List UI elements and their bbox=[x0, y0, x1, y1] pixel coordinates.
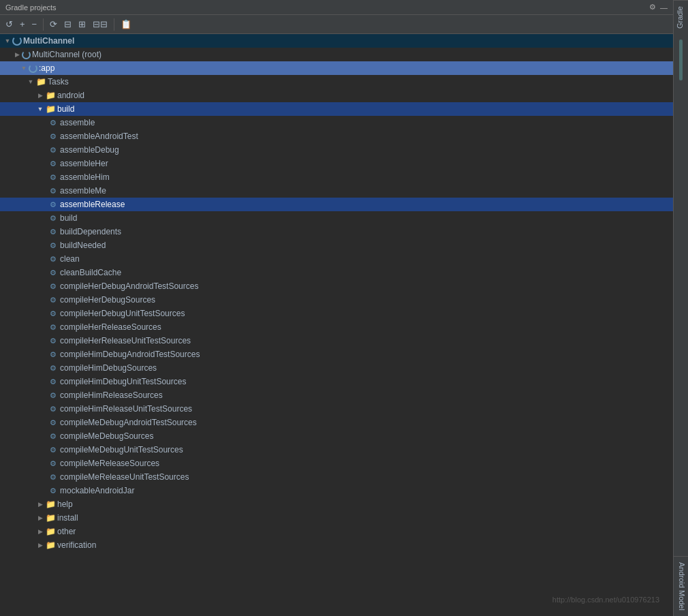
scrollbar-thumb[interactable] bbox=[679, 40, 683, 80]
build-task-gear-icon: ⚙ bbox=[48, 214, 59, 223]
multichannel-root-item[interactable]: ▶ MultiChannel (root) bbox=[0, 48, 673, 61]
help-folder-icon: 📁 bbox=[45, 499, 56, 509]
install-folder-icon: 📁 bbox=[45, 513, 56, 523]
compilemedebugnandroidtestsources-item[interactable]: ⚙ compileMeDebugAndroidTestSources bbox=[0, 416, 673, 429]
compileherdebugSources-item[interactable]: ⚙ compileHerDebugSources bbox=[0, 293, 673, 307]
compilemedebugnandroidtestsources-gear-icon: ⚙ bbox=[48, 418, 59, 427]
sync-button[interactable]: ⟳ bbox=[47, 18, 60, 31]
compileherreleaseunittestsources-gear-icon: ⚙ bbox=[48, 337, 59, 345]
assembleme-label: assembleMe bbox=[60, 186, 106, 196]
title-text: Gradle projects bbox=[5, 3, 57, 12]
assembledebug-item[interactable]: ⚙ assembleDebug bbox=[0, 143, 673, 157]
app-refresh-icon bbox=[29, 64, 37, 73]
multichannel-refresh-icon bbox=[22, 50, 31, 59]
assemblerelease-item[interactable]: ⚙ assembleRelease bbox=[0, 198, 673, 211]
assembledebug-gear-icon: ⚙ bbox=[48, 146, 59, 155]
compileherdebugSources-gear-icon: ⚙ bbox=[48, 296, 59, 305]
compilemedebugnandroidtestsources-label: compileMeDebugAndroidTestSources bbox=[60, 418, 197, 427]
mockableandroidjar-item[interactable]: ⚙ mockableAndroidJar bbox=[0, 484, 673, 497]
compileherdebunittestsources-gear-icon: ⚙ bbox=[48, 309, 59, 318]
assemblerelease-label: assembleRelease bbox=[60, 200, 125, 209]
assemble-item[interactable]: ⚙ assemble bbox=[0, 116, 673, 129]
tree-root[interactable]: ▼ MultiChannel bbox=[0, 34, 673, 48]
builddependents-item[interactable]: ⚙ buildDependents bbox=[0, 225, 673, 238]
separator-1 bbox=[43, 18, 44, 31]
app-arrow: ▼ bbox=[19, 65, 29, 72]
compilehimdebugUnittestsources-item[interactable]: ⚙ compileHimDebugUnitTestSources bbox=[0, 375, 673, 388]
layout-button[interactable]: ⊟⊟ bbox=[90, 18, 110, 31]
compilehimreleasesources-gear-icon: ⚙ bbox=[48, 391, 59, 400]
clean-item[interactable]: ⚙ clean bbox=[0, 252, 673, 266]
tasks-item[interactable]: ▼ 📁 Tasks bbox=[0, 75, 673, 89]
compilehimdebugandroidtestsources-gear-icon: ⚙ bbox=[48, 350, 59, 359]
verification-item[interactable]: ▶ 📁 verification bbox=[0, 538, 673, 552]
mockableandroidjar-label: mockableAndroidJar bbox=[60, 486, 134, 495]
assembleme-item[interactable]: ⚙ assembleMe bbox=[0, 184, 673, 198]
assemblehim-label: assembleHim bbox=[60, 172, 110, 182]
other-label: other bbox=[57, 527, 76, 536]
assemble-label: assemble bbox=[60, 118, 95, 127]
android-model-tab-label: Android Model bbox=[678, 562, 686, 611]
compileherdebugandroidtestsources-item[interactable]: ⚙ compileHerDebugAndroidTestSources bbox=[0, 279, 673, 293]
mockableandroidjar-gear-icon: ⚙ bbox=[48, 487, 59, 495]
tasks-label: Tasks bbox=[48, 77, 69, 87]
assembleher-label: assembleHer bbox=[60, 159, 108, 168]
help-label: help bbox=[57, 499, 73, 509]
compilehimdebugsources-item[interactable]: ⚙ compileHimDebugSources bbox=[0, 361, 673, 375]
assembleher-gear-icon: ⚙ bbox=[48, 159, 59, 168]
tree-area: ▼ MultiChannel ▶ MultiChannel (root) ▼ :… bbox=[0, 34, 673, 616]
compilemedebugunittestsources-item[interactable]: ⚙ compileMeDebugUnitTestSources bbox=[0, 443, 673, 457]
compileherreleaseunittestsources-item[interactable]: ⚙ compileHerReleaseUnitTestSources bbox=[0, 334, 673, 348]
verification-folder-icon: 📁 bbox=[45, 540, 56, 550]
multichannel-label: MultiChannel (root) bbox=[32, 50, 101, 59]
compilemreleaseunittestsources-item[interactable]: ⚙ compileMeReleaseUnitTestSources bbox=[0, 470, 673, 484]
cleanbuildcache-item[interactable]: ⚙ cleanBuildCache bbox=[0, 266, 673, 279]
compilehimdebugandroidtestsources-label: compileHimDebugAndroidTestSources bbox=[60, 350, 200, 359]
compilehimdebugUnittestsources-label: compileHimDebugUnitTestSources bbox=[60, 377, 186, 386]
assemblehim-item[interactable]: ⚙ assembleHim bbox=[0, 170, 673, 184]
compilemedebugsources-gear-icon: ⚙ bbox=[48, 432, 59, 441]
compilemedebugsources-label: compileMeDebugSources bbox=[60, 431, 153, 441]
android-item[interactable]: ▶ 📁 android bbox=[0, 89, 673, 102]
toolbar: ↺ + − ⟳ ⊟ ⊞ ⊟⊟ 📋 bbox=[0, 15, 673, 34]
add-button[interactable]: + bbox=[17, 18, 28, 31]
clean-gear-icon: ⚙ bbox=[48, 255, 59, 264]
subtract-button[interactable]: − bbox=[29, 18, 40, 31]
compileherreleasesources-gear-icon: ⚙ bbox=[48, 323, 59, 332]
compilemereleasesources-item[interactable]: ⚙ compileMeReleaseSources bbox=[0, 457, 673, 470]
assembleher-item[interactable]: ⚙ assembleHer bbox=[0, 157, 673, 170]
separator-2 bbox=[114, 18, 114, 31]
compilehimreleasesources-item[interactable]: ⚙ compileHimReleaseSources bbox=[0, 388, 673, 402]
other-item[interactable]: ▶ 📁 other bbox=[0, 525, 673, 538]
app-label: :app bbox=[39, 63, 54, 73]
app-item[interactable]: ▼ :app bbox=[0, 61, 673, 75]
compilehimdebugandroidtestsources-item[interactable]: ⚙ compileHimDebugAndroidTestSources bbox=[0, 348, 673, 361]
collapse-button[interactable]: ⊟ bbox=[61, 18, 74, 31]
compilehimreleaseunittestsources-item[interactable]: ⚙ compileHimReleaseUnitTestSources bbox=[0, 402, 673, 416]
android-model-tab[interactable]: Android Model bbox=[674, 556, 688, 616]
root-arrow: ▼ bbox=[3, 37, 12, 44]
build-folder-item[interactable]: ▼ 📁 build bbox=[0, 102, 673, 116]
verification-arrow: ▶ bbox=[35, 542, 45, 549]
assembleandroidtest-item[interactable]: ⚙ assembleAndroidTest bbox=[0, 129, 673, 143]
minimize-icon[interactable]: — bbox=[660, 3, 668, 12]
assembleme-gear-icon: ⚙ bbox=[48, 187, 59, 196]
gradle-tab[interactable]: Gradle bbox=[674, 0, 688, 34]
compileherreleasesources-item[interactable]: ⚙ compileHerReleaseSources bbox=[0, 320, 673, 334]
script-button[interactable]: 📋 bbox=[118, 18, 134, 31]
link-button[interactable]: ⊞ bbox=[76, 18, 89, 31]
builddependents-label: buildDependents bbox=[60, 227, 121, 236]
build-task-item[interactable]: ⚙ build bbox=[0, 211, 673, 225]
assemble-gear-icon: ⚙ bbox=[48, 119, 59, 127]
gear-icon[interactable]: ⚙ bbox=[649, 3, 656, 12]
install-item[interactable]: ▶ 📁 install bbox=[0, 511, 673, 525]
clean-label: clean bbox=[60, 254, 80, 264]
compilemedebugsources-item[interactable]: ⚙ compileMeDebugSources bbox=[0, 429, 673, 443]
build-task-label: build bbox=[60, 213, 77, 223]
refresh-button[interactable]: ↺ bbox=[3, 18, 16, 31]
assembleandroidtest-label: assembleAndroidTest bbox=[60, 132, 138, 141]
compilehimreleasesources-label: compileHimReleaseSources bbox=[60, 390, 163, 400]
buildneeded-item[interactable]: ⚙ buildNeeded bbox=[0, 238, 673, 252]
compileherdebunittestsources-item[interactable]: ⚙ compileHerDebugUnitTestSources bbox=[0, 307, 673, 320]
help-item[interactable]: ▶ 📁 help bbox=[0, 497, 673, 511]
